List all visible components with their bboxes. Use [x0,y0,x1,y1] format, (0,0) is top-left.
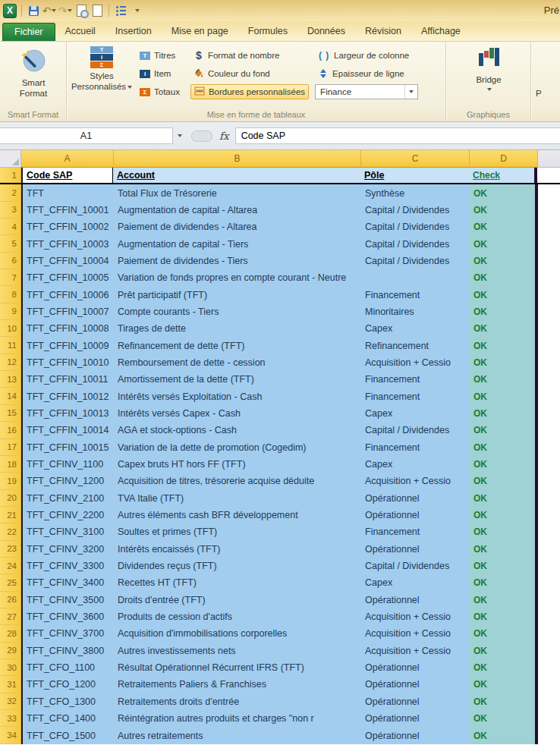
excel-logo-icon[interactable]: X [3,4,17,17]
cell-check[interactable]: OK [470,439,535,456]
row-header[interactable]: 2 [0,184,21,201]
cell-check[interactable]: OK [470,320,535,337]
cell-code[interactable]: TFT_CFFIN_10010 [21,354,114,371]
cell-code[interactable]: TFT_CFFIN_10002 [21,218,114,235]
cell-pole[interactable]: Capex [361,405,470,422]
cell-account[interactable]: Compte courants - Tiers [114,303,361,320]
row-header[interactable]: 11 [0,337,21,354]
empty-cell[interactable] [538,523,560,540]
column-header-a[interactable]: A [21,150,114,168]
select-all-corner[interactable] [0,150,21,168]
cell-pole[interactable]: Capex [361,574,470,591]
formula-input[interactable]: Code SAP [235,127,560,144]
empty-cell[interactable] [538,676,560,693]
cell-check[interactable]: OK [470,676,535,693]
cell-code[interactable]: TFT_CFO_1200 [21,676,114,693]
cell-code[interactable]: TFT_CFINV_3200 [21,541,114,558]
cell-pole[interactable]: Capital / Dividendes [361,218,470,235]
insert-function-icon[interactable]: fx [219,130,229,142]
cell-account[interactable]: Tirages de dette [114,320,361,337]
largeur-de-colonne-button[interactable]: ( ) Largeur de colonne [315,48,418,63]
cell-code[interactable]: TFT_CFFIN_10007 [21,303,114,320]
cell-code[interactable]: TFT_CFINV_3300 [21,558,114,574]
cell-pole[interactable]: Pôle [360,168,469,183]
cell-pole[interactable]: Capital / Dividendes [361,202,470,218]
cell-check[interactable]: OK [470,303,535,320]
cell-pole[interactable] [361,269,470,286]
row-header[interactable]: 8 [0,286,21,303]
undo-icon[interactable]: ↶ [42,4,56,17]
cell-check[interactable]: OK [470,710,535,727]
cell-account[interactable]: Augmentation de capital - Tiers [114,235,361,252]
empty-cell[interactable] [538,202,560,218]
cell-code[interactable]: TFT_CFFIN_10005 [21,269,114,286]
cell-check[interactable]: OK [470,643,535,659]
empty-cell[interactable] [538,218,560,235]
cell-code[interactable]: TFT_CFFIN_10004 [21,253,114,269]
empty-cell[interactable] [538,507,560,523]
cell-account[interactable]: Augmentation de capital - Altarea [114,202,361,218]
empty-cell[interactable] [538,320,560,337]
cell-check[interactable]: OK [470,693,535,710]
cell-account[interactable]: Paiement de dividendes - Altarea [114,218,361,235]
cell-check[interactable]: OK [470,473,535,489]
cell-code[interactable]: TFT_CFINV_3400 [21,574,114,591]
print-preview-icon[interactable] [74,4,88,17]
row-header[interactable]: 20 [0,490,21,507]
empty-cell[interactable] [538,643,560,659]
row-header[interactable]: 9 [0,303,21,320]
cell-check[interactable]: OK [470,625,535,642]
row-header[interactable]: 31 [0,676,21,693]
cell-pole[interactable]: Financement [361,388,470,404]
cell-pole[interactable]: Opérationnel [361,490,470,507]
cell-check[interactable]: OK [470,574,535,591]
cell-account[interactable]: Droits d'entrée (TFT) [114,592,361,608]
combo-caret-icon[interactable] [404,85,417,99]
empty-cell[interactable] [538,269,560,286]
cell-code[interactable]: TFT_CFO_1500 [21,727,114,743]
row-header[interactable]: 30 [0,659,21,676]
cell-pole[interactable]: Acquisition + Cessio [361,608,470,625]
cell-account[interactable]: Autres investissements nets [114,643,361,659]
cell-account[interactable]: Recettes HT (TFT) [114,574,361,591]
cell-check[interactable]: OK [470,558,535,574]
cell-pole[interactable]: Acquisition + Cessio [361,625,470,642]
redo-icon[interactable]: ↷ [58,4,72,17]
cell-code[interactable]: TFT_CFINV_3600 [21,608,114,625]
cell-pole[interactable]: Acquisition + Cessio [361,354,470,371]
cell-check[interactable]: OK [470,422,535,439]
titres-button[interactable]: T Titres [137,48,183,63]
row-header[interactable]: 3 [0,202,21,218]
cell-pole[interactable]: Capital / Dividendes [361,422,470,439]
name-box[interactable]: A1 [0,127,173,144]
empty-cell[interactable] [537,168,560,183]
row-header[interactable]: 23 [0,541,21,558]
cell-pole[interactable]: Acquisition + Cessio [361,643,470,659]
empty-cell[interactable] [538,337,560,354]
cell-check[interactable]: OK [470,286,535,303]
cell-check[interactable]: OK [470,388,535,404]
cell-pole[interactable]: Opérationnel [361,659,470,676]
empty-cell[interactable] [538,541,560,558]
cell-code[interactable]: TFT_CFO_1400 [21,710,114,727]
cell-account[interactable]: Retraitements Paliers & Franchises [114,676,361,693]
cell-check[interactable]: OK [470,337,535,354]
cell-code[interactable]: TFT_CFINV_2100 [21,490,114,507]
bullet-list-icon[interactable] [114,4,127,17]
empty-cell[interactable] [538,558,560,574]
cell-pole[interactable]: Capital / Dividendes [361,253,470,269]
cell-account[interactable]: Intérêts versés Exploitation - Cash [114,388,361,404]
cell-account[interactable]: Intérêts encaissés (TFT) [114,541,361,558]
column-header-extra[interactable] [538,150,560,168]
cell-account[interactable]: Variation de la dette de promotion (Coge… [114,439,361,456]
row-header[interactable]: 34 [0,727,21,743]
cell-pole[interactable]: Opérationnel [361,710,470,727]
cell-pole[interactable]: Financement [361,286,470,303]
cell-pole[interactable]: Opérationnel [361,693,470,710]
column-header-c[interactable]: C [361,150,470,168]
tab-mise-en-page[interactable]: Mise en page [162,23,238,41]
cell-check[interactable]: OK [470,727,535,743]
totaux-button[interactable]: Σ Totaux [137,84,183,99]
empty-cell[interactable] [538,303,560,320]
cell-check[interactable]: Check [469,168,534,183]
